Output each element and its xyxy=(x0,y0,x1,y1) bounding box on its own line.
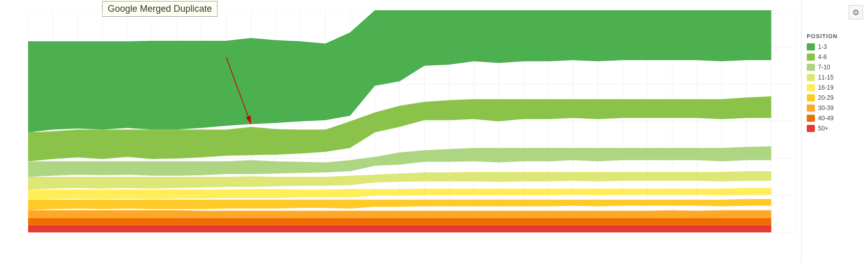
legend-color-swatch xyxy=(807,125,815,132)
legend-item: 20-29 xyxy=(807,94,834,101)
area-30-39 xyxy=(28,210,771,218)
legend-title: POSITION xyxy=(807,33,838,39)
area-40-49 xyxy=(28,218,771,225)
legend-item: 40-49 xyxy=(807,115,834,122)
legend-color-swatch xyxy=(807,64,815,71)
legend-item-label: 40-49 xyxy=(818,115,834,122)
legend-item: 11-15 xyxy=(807,74,834,81)
legend-item-label: 7-10 xyxy=(818,64,830,71)
legend-item-label: 11-15 xyxy=(818,74,834,81)
legend-color-swatch xyxy=(807,104,815,112)
legend-color-swatch xyxy=(807,94,815,101)
legend-item-label: 4-6 xyxy=(818,54,827,61)
legend-item: 16-19 xyxy=(807,84,834,91)
legend-color-swatch xyxy=(807,54,815,61)
legend-item: 7-10 xyxy=(807,64,834,71)
gear-button[interactable]: ⚙ xyxy=(849,5,863,19)
legend-color-swatch xyxy=(807,43,815,50)
legend-item: 4-6 xyxy=(807,54,834,61)
chart-area: 30 25 20 15 10 5 0 DEC 1 DEC 2 DEC 3 DEC… xyxy=(28,10,796,232)
legend-item: 1-3 xyxy=(807,43,834,50)
legend-color-swatch xyxy=(807,115,815,122)
gear-icon: ⚙ xyxy=(852,8,859,17)
chart-svg: 30 25 20 15 10 5 0 DEC 1 DEC 2 DEC 3 DEC… xyxy=(28,10,796,232)
area-50plus xyxy=(28,225,771,232)
legend-color-swatch xyxy=(807,74,815,81)
legend-item-label: 30-39 xyxy=(818,104,834,112)
legend-item-label: 50+ xyxy=(818,125,828,132)
legend-item: 30-39 xyxy=(807,104,834,112)
legend-color-swatch xyxy=(807,84,815,91)
sidebar: ⚙ POSITION 1-34-67-1011-1516-1920-2930-3… xyxy=(802,0,868,263)
legend-container: 1-34-67-1011-1516-1920-2930-3940-4950+ xyxy=(807,43,834,135)
legend-item-label: 1-3 xyxy=(818,43,827,50)
chart-container: TOTAL KEYWORDS Google Merged Duplicate xyxy=(0,0,802,263)
legend-item-label: 16-19 xyxy=(818,84,834,91)
legend-item: 50+ xyxy=(807,125,834,132)
legend-item-label: 20-29 xyxy=(818,94,834,101)
